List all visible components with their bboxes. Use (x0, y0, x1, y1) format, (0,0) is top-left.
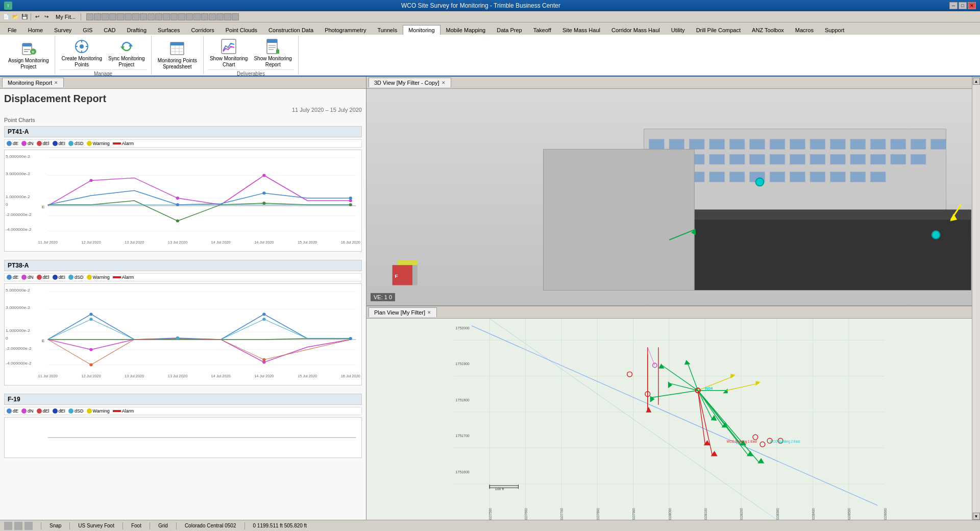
statusbar-foot: Foot (131, 523, 141, 528)
tab-construction-data[interactable]: Construction Data (263, 25, 319, 35)
tab-data-prep[interactable]: Data Prep (491, 25, 528, 35)
monitoring-report-tab[interactable]: Monitoring Report ✕ (2, 78, 64, 87)
tab-mobile-mapping[interactable]: Mobile Mapping (440, 25, 492, 35)
qa-icon-19[interactable] (224, 13, 231, 20)
svg-text:F: F (395, 273, 398, 279)
qa-icon-2[interactable] (94, 13, 101, 20)
plan-view-tab[interactable]: Plan View [My Filter] ✕ (369, 307, 437, 317)
svg-text:0: 0 (6, 336, 8, 341)
show-monitoring-chart-button[interactable]: Show MonitoringChart (208, 37, 250, 69)
statusbar-icon-2[interactable] (14, 522, 22, 530)
view-area: Monitoring Report ✕ Displacement Report … (0, 77, 980, 520)
plan-view-content[interactable]: 1752000 1751900 1751800 1751700 1751600 … (366, 319, 972, 520)
tab-monitoring[interactable]: Monitoring (403, 25, 440, 35)
legend-warning-3: Warning (87, 408, 110, 414)
svg-rect-22 (267, 39, 277, 43)
qa-open-icon[interactable]: 📂 (11, 13, 19, 21)
qa-icon-14[interactable] (186, 13, 193, 20)
create-monitoring-points-label: Create MonitoringPoints (61, 56, 102, 68)
plan-view-close-button[interactable]: ✕ (427, 310, 431, 315)
svg-text:3108600: 3108600 (884, 508, 887, 520)
tab-file[interactable]: File (2, 25, 22, 35)
tab-drafting[interactable]: Drafting (121, 25, 153, 35)
right-scrollbar[interactable]: ▲ ▼ (972, 77, 980, 520)
qa-icon-12[interactable] (170, 13, 178, 20)
qa-icon-1[interactable] (86, 13, 93, 20)
show-monitoring-report-button[interactable]: Show MonitoringReport (252, 37, 293, 69)
tab-site-mass-haul[interactable]: Site Mass Haul (557, 25, 606, 35)
statusbar-icon-1[interactable] (4, 522, 12, 530)
legend-dn: dN (21, 141, 34, 146)
tab-utility[interactable]: Utility (666, 25, 691, 35)
point-charts-label: Point Charts (4, 117, 362, 123)
qa-icon-5[interactable] (117, 13, 124, 20)
svg-text:3108100: 3108100 (704, 508, 707, 520)
create-monitoring-points-button[interactable]: Create MonitoringPoints (59, 37, 104, 69)
statusbar-icon-3[interactable] (24, 522, 33, 530)
tab-tunnels[interactable]: Tunnels (372, 25, 403, 35)
qa-icon-4[interactable] (109, 13, 116, 20)
manage-group-label: Manage (59, 69, 146, 77)
scrollbar-track[interactable] (972, 85, 980, 513)
svg-point-78 (262, 312, 265, 316)
ribbon-group-spreadsheet: Monitoring PointsSpreadsheet (152, 36, 204, 75)
ribbon-group-manage: Create MonitoringPoints Sync MonitoringP… (55, 36, 151, 75)
scrollbar-down-button[interactable]: ▼ (973, 513, 980, 520)
svg-rect-127 (729, 172, 745, 182)
svg-rect-106 (891, 139, 906, 150)
tab-takeoff[interactable]: Takeoff (528, 25, 557, 35)
tab-gis[interactable]: GIS (77, 25, 98, 35)
qa-icon-15[interactable] (193, 13, 201, 20)
monitoring-points-spreadsheet-button[interactable]: Monitoring PointsSpreadsheet (156, 39, 199, 71)
tab-photogrammetry[interactable]: Photogrammetry (319, 25, 372, 35)
svg-rect-130 (790, 172, 805, 182)
legend-dn-2: dN (21, 275, 34, 280)
qa-redo-icon[interactable]: ↪ (42, 13, 51, 21)
tab-surfaces[interactable]: Surfaces (152, 25, 185, 35)
minimize-button[interactable]: ─ (949, 2, 958, 9)
qa-icon-10[interactable] (155, 13, 162, 20)
sync-monitoring-project-button[interactable]: Sync MonitoringProject (106, 37, 147, 69)
tab-anz-toolbox[interactable]: ANZ Toolbox (746, 25, 790, 35)
svg-text:3107900: 3107900 (632, 508, 635, 520)
tab-drill-pile[interactable]: Drill Pile Compact (691, 25, 746, 35)
3d-view-tab[interactable]: 3D View [My Filter - Copy] ✕ (369, 78, 451, 87)
maximize-button[interactable]: □ (959, 2, 967, 9)
qa-icon-8[interactable] (140, 13, 147, 20)
qa-new-icon[interactable]: 📄 (2, 13, 10, 21)
tab-macros[interactable]: Macros (790, 25, 819, 35)
svg-text:14 Jul 2020: 14 Jul 2020 (254, 374, 274, 378)
legend-dsd-2: dSD (68, 275, 84, 280)
qa-icon-16[interactable] (201, 13, 208, 20)
qa-icon-18[interactable] (216, 13, 224, 20)
3d-view-close-button[interactable]: ✕ (442, 80, 446, 85)
qa-undo-icon[interactable]: ↩ (33, 13, 41, 21)
qa-icon-3[interactable] (102, 13, 109, 20)
tab-corridors[interactable]: Corridors (185, 25, 219, 35)
qa-save-icon[interactable]: 💾 (20, 13, 29, 21)
qa-icon-20[interactable] (232, 13, 239, 20)
scrollbar-up-button[interactable]: ▲ (973, 78, 980, 85)
tab-home[interactable]: Home (22, 25, 48, 35)
svg-text:3107800: 3107800 (596, 508, 600, 520)
tab-cad[interactable]: CAD (98, 25, 121, 35)
qa-icon-7[interactable] (132, 13, 139, 20)
tab-support[interactable]: Support (819, 25, 850, 35)
svg-rect-108 (931, 139, 946, 150)
close-button[interactable]: ✕ (968, 2, 976, 9)
svg-point-50 (349, 203, 352, 206)
qa-icon-11[interactable] (163, 13, 170, 20)
3d-view-content[interactable]: F VE: 1 0 (366, 89, 972, 305)
tab-corridor-mass-haul[interactable]: Corridor Mass Haul (606, 25, 666, 35)
svg-rect-95 (669, 139, 684, 150)
qa-icon-6[interactable] (125, 13, 132, 20)
qa-icon-17[interactable] (209, 13, 216, 20)
3d-view-tab-label: 3D View [My Filter - Copy] (374, 80, 439, 86)
tab-survey[interactable]: Survey (48, 25, 77, 35)
tab-point-clouds[interactable]: Point Clouds (220, 25, 263, 35)
qa-icon-13[interactable] (178, 13, 185, 20)
monitoring-report-close-button[interactable]: ✕ (54, 80, 58, 85)
qa-icon-9[interactable] (148, 13, 155, 20)
assign-monitoring-project-button[interactable]: + Assign MonitoringProject (6, 39, 51, 71)
svg-text:12 Jul 2020: 12 Jul 2020 (81, 240, 101, 245)
